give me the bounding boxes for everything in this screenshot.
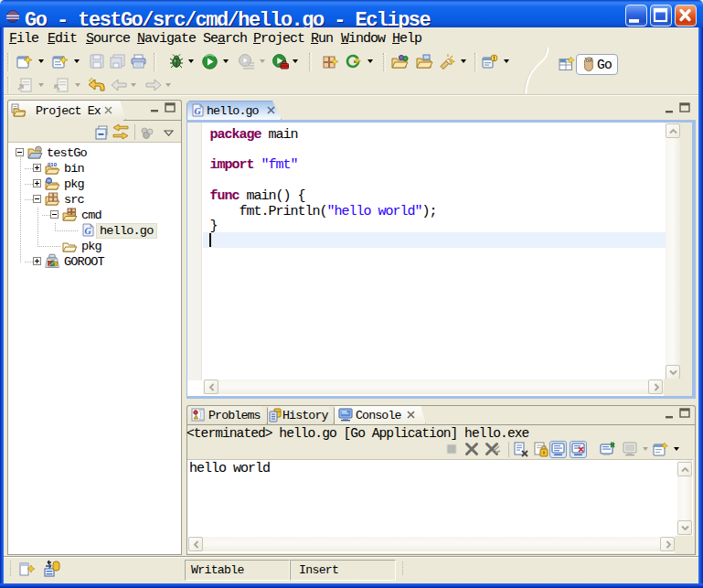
svg-text:G: G <box>85 226 92 236</box>
svg-text:G: G <box>195 106 202 116</box>
